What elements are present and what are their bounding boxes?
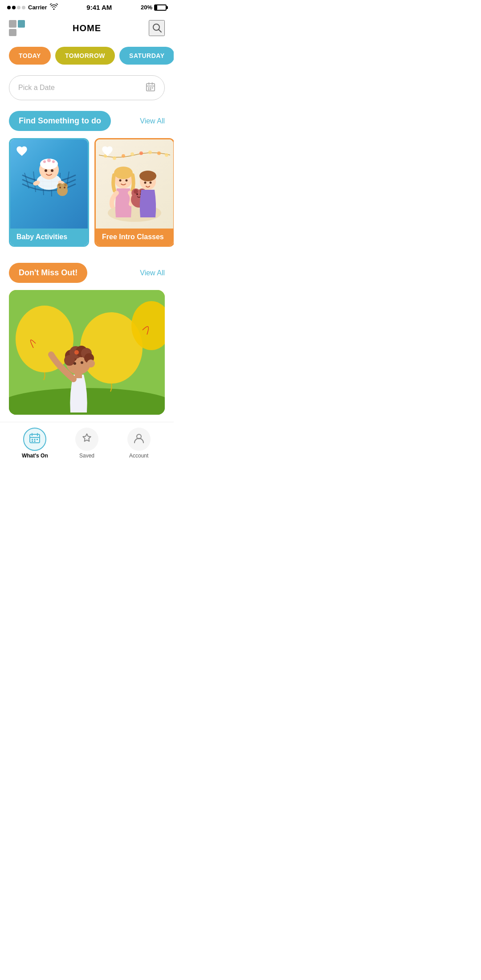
card-free-intro[interactable]: Free Intro Classes — [94, 138, 174, 247]
find-section-header: Find Something to do View All — [0, 106, 174, 138]
star-nav-icon — [81, 433, 93, 446]
heart-icon-baby[interactable] — [16, 145, 28, 157]
card-label-baby: Baby Activities — [16, 233, 82, 241]
svg-rect-10 — [150, 89, 151, 90]
heart-icon-intro[interactable] — [101, 145, 114, 157]
svg-point-42 — [165, 153, 168, 157]
day-btn-saturday[interactable]: SATURDAY — [119, 47, 174, 65]
svg-rect-6 — [148, 87, 150, 89]
svg-point-83 — [64, 355, 75, 366]
card-baby-activities[interactable]: Baby Activities — [9, 138, 89, 247]
svg-point-57 — [150, 182, 152, 184]
svg-point-30 — [58, 184, 61, 186]
svg-rect-96 — [32, 441, 33, 442]
svg-point-37 — [122, 154, 125, 158]
status-bar: Carrier 9:41 AM 20% — [0, 0, 174, 13]
svg-point-87 — [73, 362, 76, 365]
nav-label-saved: Saved — [79, 453, 94, 459]
nav-item-whats-on[interactable]: What's On — [9, 428, 61, 459]
svg-point-88 — [81, 361, 83, 364]
carrier-label: Carrier — [28, 4, 47, 11]
day-btn-today[interactable]: TODAY — [9, 47, 51, 65]
svg-point-33 — [64, 187, 65, 188]
calendar-nav-icon — [29, 433, 41, 446]
svg-line-1 — [159, 29, 162, 32]
svg-rect-9 — [148, 89, 150, 90]
header: HOME — [0, 13, 174, 41]
nav-icon-circle-saved — [75, 428, 98, 451]
svg-point-40 — [148, 151, 152, 154]
svg-point-55 — [139, 171, 156, 181]
bottom-nav: What's On Saved Account — [0, 422, 174, 466]
svg-point-32 — [59, 187, 61, 188]
svg-point-38 — [130, 152, 134, 156]
date-picker-placeholder: Pick a Date — [18, 84, 55, 92]
svg-rect-8 — [152, 87, 153, 89]
calendar-icon — [146, 82, 155, 94]
svg-point-41 — [157, 151, 161, 155]
dont-miss-view-all[interactable]: View All — [140, 269, 165, 277]
nav-icon-circle-whats-on — [23, 428, 46, 451]
svg-point-50 — [134, 189, 138, 194]
nav-icon-circle-account — [127, 428, 151, 451]
dont-miss-section-header: Don't Miss Out! View All — [0, 257, 174, 290]
svg-rect-94 — [34, 439, 36, 440]
svg-point-45 — [119, 180, 122, 182]
person-nav-icon — [133, 433, 145, 446]
day-btn-tomorrow[interactable]: TOMORROW — [55, 47, 115, 65]
nav-item-account[interactable]: Account — [113, 428, 165, 459]
date-picker-input[interactable]: Pick a Date — [9, 75, 165, 100]
find-view-all[interactable]: View All — [140, 117, 165, 125]
svg-point-21 — [43, 160, 46, 163]
app-logo — [9, 20, 25, 36]
find-section-title: Find Something to do — [9, 111, 111, 131]
nav-label-whats-on: What's On — [22, 453, 48, 459]
feature-image[interactable] — [9, 290, 165, 415]
signal-icon — [7, 6, 25, 9]
svg-point-39 — [139, 151, 143, 155]
status-left: Carrier — [7, 4, 58, 11]
date-picker-section: Pick a Date — [0, 68, 174, 106]
svg-point-56 — [144, 182, 147, 184]
svg-point-52 — [136, 193, 138, 195]
svg-point-20 — [47, 159, 51, 162]
svg-point-86 — [74, 350, 79, 355]
svg-point-22 — [52, 160, 55, 163]
svg-point-44 — [114, 167, 133, 179]
wifi-icon — [50, 4, 58, 11]
svg-point-24 — [51, 169, 53, 172]
page-title: HOME — [73, 23, 101, 33]
status-right: 20% — [141, 4, 167, 11]
search-button[interactable] — [149, 20, 165, 36]
card-label-intro: Free Intro Classes — [102, 233, 167, 241]
search-icon — [151, 22, 162, 34]
activity-cards-scroll: Baby Activities — [0, 138, 174, 254]
battery-icon — [154, 4, 167, 11]
svg-rect-7 — [150, 87, 151, 89]
day-filters: TODAY TOMORROW SATURDAY SUNDAY — [0, 41, 174, 68]
svg-point-84 — [87, 359, 95, 368]
svg-rect-93 — [32, 439, 33, 440]
dont-miss-title: Don't Miss Out! — [9, 263, 87, 283]
svg-point-23 — [45, 169, 47, 172]
nav-label-account: Account — [129, 453, 148, 459]
nav-item-saved[interactable]: Saved — [61, 428, 113, 459]
svg-point-31 — [64, 184, 67, 186]
svg-rect-95 — [37, 439, 38, 440]
svg-point-46 — [126, 180, 128, 182]
svg-rect-97 — [34, 441, 36, 442]
battery-percent: 20% — [141, 4, 152, 11]
status-time: 9:41 AM — [86, 4, 112, 11]
